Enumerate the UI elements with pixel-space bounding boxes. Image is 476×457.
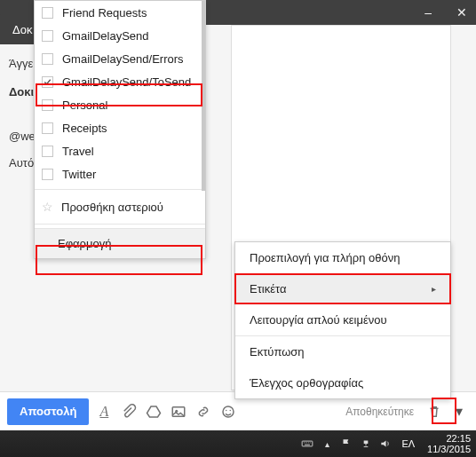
attach-icon[interactable]: [119, 402, 139, 422]
compose-tab-label: Δοκ: [12, 23, 32, 36]
clock-date: 11/3/2015: [427, 444, 471, 454]
checkbox-icon: [42, 30, 53, 42]
svg-rect-5: [303, 441, 313, 446]
menu-label: Λειτουργία απλού κειμένου: [250, 313, 387, 327]
checkbox-icon: [42, 76, 53, 88]
label-item[interactable]: Travel: [35, 139, 205, 162]
menu-label: Ετικέτα: [250, 282, 286, 295]
checkbox-icon: [42, 169, 53, 180]
more-options-button[interactable]: ▾: [449, 400, 469, 423]
bg-text: @we: [9, 130, 36, 143]
taskbar-clock[interactable]: 22:15 11/3/2015: [424, 433, 471, 454]
add-star-label: Προσθήκη αστεριού: [61, 201, 163, 214]
bg-text: Άγγε: [9, 57, 33, 70]
flag-icon[interactable]: [339, 437, 353, 451]
emoji-icon[interactable]: [218, 402, 238, 422]
star-icon: ☆: [42, 200, 54, 214]
separator: [35, 224, 205, 225]
menu-fullscreen[interactable]: Προεπιλογή για πλήρη οθόνη: [235, 242, 450, 273]
menu-plaintext[interactable]: Λειτουργία απλού κειμένου: [235, 304, 450, 335]
volume-icon[interactable]: [378, 437, 393, 451]
label-text: Personal: [62, 98, 107, 112]
label-text: GmailDelaySend: [62, 29, 149, 43]
label-text: GmailDelaySend/ToSend: [62, 75, 191, 89]
label-item[interactable]: GmailDelaySend: [35, 24, 205, 47]
apply-button[interactable]: Εφαρμογή: [35, 228, 205, 258]
label-item[interactable]: Personal: [35, 93, 205, 116]
bg-text: Δοκι: [9, 85, 34, 98]
checkbox-icon: [42, 99, 53, 111]
menu-label-item[interactable]: Ετικέτα ▸: [235, 273, 450, 304]
language-indicator[interactable]: ΕΛ: [398, 438, 418, 449]
submenu-arrow-icon: ▸: [432, 284, 436, 294]
saved-status: Αποθηκεύτηκε: [345, 406, 414, 418]
link-icon[interactable]: [194, 402, 213, 422]
svg-rect-6: [364, 441, 369, 445]
label-item[interactable]: Receipts: [35, 116, 205, 139]
label-item[interactable]: Twitter: [35, 162, 205, 185]
label-text: Friend Requests: [62, 6, 147, 20]
checkbox-icon: [42, 7, 53, 19]
bg-text: Αυτό: [9, 156, 34, 169]
apply-label: Εφαρμογή: [58, 237, 111, 250]
checkbox-icon: [42, 53, 53, 65]
label-text: Receipts: [62, 122, 107, 135]
minimize-icon[interactable]: –: [424, 5, 432, 20]
photo-icon[interactable]: [169, 402, 188, 422]
drive-icon[interactable]: [144, 402, 163, 422]
checkbox-icon: [42, 146, 53, 157]
label-text: GmailDelaySend/Errors: [62, 52, 184, 66]
menu-label: Προεπιλογή για πλήρη οθόνη: [250, 251, 400, 264]
formatting-icon[interactable]: A: [94, 402, 114, 422]
label-item[interactable]: GmailDelaySend/ToSend: [35, 70, 205, 93]
scrollbar[interactable]: [202, 1, 205, 191]
label-submenu: Phone ConfirmationsFriend RequestsGmailD…: [34, 0, 206, 259]
keyboard-icon[interactable]: [300, 437, 314, 451]
menu-label: Έλεγχος ορθογραφίας: [250, 376, 363, 390]
label-text: Travel: [62, 145, 94, 158]
more-options-menu: Προεπιλογή για πλήρη οθόνη Ετικέτα ▸ Λει…: [234, 241, 451, 399]
windows-taskbar: ▴ ΕΛ 22:15 11/3/2015: [0, 430, 476, 457]
network-icon[interactable]: [359, 437, 373, 451]
label-text: Twitter: [62, 168, 96, 181]
tray-chevron-icon[interactable]: ▴: [320, 437, 334, 451]
svg-point-3: [226, 409, 227, 411]
send-button[interactable]: Αποστολή: [7, 398, 89, 425]
menu-label: Εκτύπωση: [250, 345, 305, 359]
close-icon[interactable]: ✕: [456, 5, 467, 20]
add-star-item[interactable]: ☆ Προσθήκη αστεριού: [35, 193, 205, 220]
separator: [35, 189, 205, 190]
label-text: Phone Confirmations: [62, 0, 170, 1]
checkbox-icon: [42, 122, 53, 134]
send-label: Αποστολή: [20, 405, 76, 418]
menu-print[interactable]: Εκτύπωση: [235, 336, 450, 367]
clock-time: 22:15: [446, 433, 471, 444]
trash-icon[interactable]: [424, 402, 444, 422]
label-item[interactable]: GmailDelaySend/Errors: [35, 47, 205, 70]
svg-point-4: [230, 409, 232, 411]
label-item[interactable]: Friend Requests: [35, 1, 205, 24]
menu-spellcheck[interactable]: Έλεγχος ορθογραφίας: [235, 367, 450, 398]
